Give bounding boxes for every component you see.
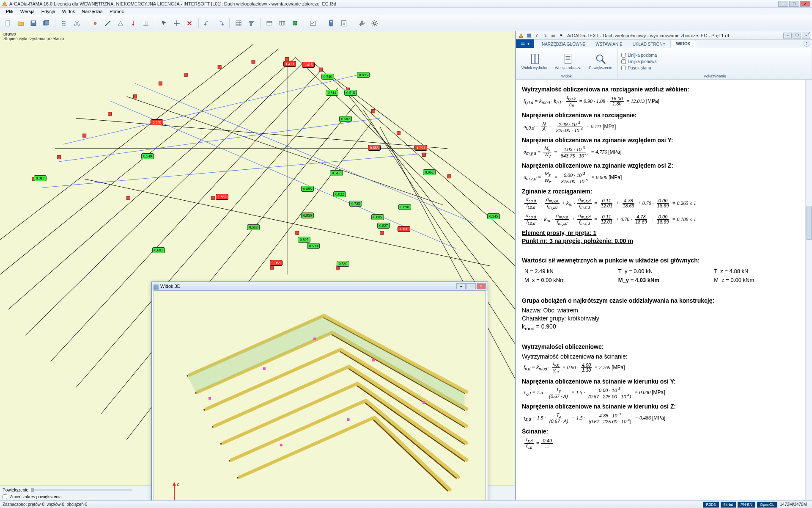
close-button[interactable]: × [800,1,810,7]
settings-icon[interactable] [369,18,380,29]
tab-widok[interactable]: WIDOK [670,40,696,48]
table-v-icon[interactable] [277,18,288,29]
calc-icon[interactable] [326,18,337,29]
ruler-h-checkbox[interactable] [621,53,626,58]
svg-rect-62 [83,134,86,137]
text-app-pane: ▾ ArCADia-TEXT - Dach wielopołaciowy - w… [516,31,812,500]
results-icon[interactable] [307,18,318,29]
grid-icon[interactable] [233,18,244,29]
text-titlebar: ▾ ArCADia-TEXT - Dach wielopołaciowy - w… [516,31,812,40]
bar-icon[interactable] [102,18,113,29]
qat-print-icon[interactable] [550,33,557,39]
view3d-close-button[interactable]: × [477,283,486,289]
status-memory: 1472M/3470M [777,502,809,507]
heading-shear-strength: Wytrzymałość obliczeniowa na ścinanie: [522,353,806,361]
wrench-icon[interactable] [357,18,368,29]
menu-widok[interactable]: Widok [59,9,79,14]
svg-rect-72 [372,110,375,113]
redo-icon[interactable] [215,18,226,29]
view3d-window[interactable]: Widok 3D ‒ □ × [151,282,488,500]
filter-icon[interactable] [246,18,257,29]
cut-icon[interactable] [71,18,82,29]
print-view-button[interactable]: Widok wydruku [519,52,549,71]
report-list-icon[interactable] [338,18,349,29]
expand-ribbon-icon[interactable]: ⤢ [808,31,812,36]
view3d-max-button[interactable]: □ [466,283,476,289]
help-icon[interactable]: ? [804,41,809,47]
eq-tau-y: τy,d = 1.5 · Ty(0.67 · A) = 1.5 · 0.00 ·… [524,387,806,399]
qat-save-icon[interactable] [526,33,532,39]
zoom-slider[interactable] [31,489,132,491]
menu-pomoc[interactable]: Pomoc [106,9,127,14]
doc-scrollbar[interactable] [805,80,812,500]
text-restore-button[interactable]: ❐ [793,33,801,39]
svg-rect-114 [313,337,316,340]
view3d-title[interactable]: Widok 3D [154,284,456,289]
svg-rect-77 [211,196,214,200]
statusbar-checkbox[interactable] [621,66,626,70]
view2d-pane[interactable]: prawo Stopień wykorzystania przekroju [0,31,516,500]
qat-app-icon[interactable] [518,33,524,39]
support-icon[interactable] [115,18,126,29]
svg-rect-67 [218,65,221,69]
svg-point-11 [94,22,96,25]
table-h-icon[interactable] [264,18,275,29]
zoom-button[interactable]: Powiększenie [587,52,614,71]
heading-bend-y: Naprężenia obliczeniowe na zginanie wzgl… [522,136,806,144]
delete-icon[interactable] [184,18,195,29]
menu-narzedzia[interactable]: Narzędzia [78,9,106,14]
eq-combo2: σt,0,dft,0,d + km · σm,y,dfm,y,d + σm,z,… [524,213,806,226]
file-menu-button[interactable]: ▼ [516,39,534,48]
app-title: ArCADia-RAMA 16.0 Licencja dla WEWNĘTRZN… [9,1,778,6]
axis-z-label: z [177,482,179,486]
utilization-badge: 0.698 [398,204,411,210]
menu-edycja[interactable]: Edycja [38,9,59,14]
svg-point-35 [373,22,376,25]
heading-bend-z: Naprężenia obliczeniowe na zginanie wzgl… [522,162,806,170]
ribbon: Widok wydruku Wersja robocza Powiększeni… [516,48,812,80]
qat-redo-icon[interactable] [542,33,549,39]
svg-point-6 [64,21,66,22]
utilization-badge: 0.540 [321,74,334,80]
svg-marker-110 [187,316,330,393]
save-icon[interactable] [28,18,39,29]
tab-narzedzia[interactable]: NARZĘDZIA GŁÓWNE [537,41,590,48]
ruler-v-checkbox[interactable] [621,59,626,64]
menu-wersja[interactable]: Wersja [17,9,38,14]
svg-rect-132 [531,54,535,64]
new-file-icon[interactable] [3,18,14,29]
text-min-button[interactable]: ‒ [783,33,792,39]
tree-icon[interactable] [59,18,70,29]
undo-icon[interactable] [202,18,213,29]
tab-uklad[interactable]: UKŁAD STRONY [628,41,671,48]
save-multi-icon[interactable] [41,18,52,29]
load-dist-icon[interactable] [140,18,151,29]
open-file-icon[interactable] [15,18,26,29]
utilization-badge: 1.968 [270,260,283,266]
utilization-badge: 0.545 [487,213,500,219]
svg-rect-78 [296,231,299,235]
svg-line-42 [0,49,279,274]
select-icon[interactable] [159,18,170,29]
minimize-button[interactable]: ‒ [778,1,788,7]
node-icon[interactable] [90,18,101,29]
menu-plik[interactable]: Plik [3,9,17,14]
maximize-button[interactable]: □ [789,1,799,7]
zoom-range-checkbox[interactable] [3,494,7,499]
qat-more-icon[interactable]: ▾ [558,33,565,39]
tab-wstawianie[interactable]: WSTAWIANIE [590,41,627,48]
qat-undo-icon[interactable] [534,33,540,39]
heading-point: Punkt nr: 3 na pręcie, położenie: 0.00 m [522,237,806,245]
load-point-icon[interactable] [128,18,139,29]
utilization-badge: 0.827 [377,223,390,229]
move-icon[interactable] [171,18,182,29]
zoom-label: Powiększenie [3,488,28,492]
view3d-canvas[interactable]: z y x [154,290,486,500]
draft-view-button[interactable]: Wersja robocza [553,52,583,71]
view3d-min-button[interactable]: ‒ [456,283,466,289]
svg-rect-113 [263,367,266,370]
document-area[interactable]: Wytrzymałość obliczeniowa na rozciąganie… [516,80,812,500]
svg-rect-65 [159,82,162,85]
svg-rect-73 [397,131,400,135]
view3d-icon[interactable]: 3D [289,18,300,29]
